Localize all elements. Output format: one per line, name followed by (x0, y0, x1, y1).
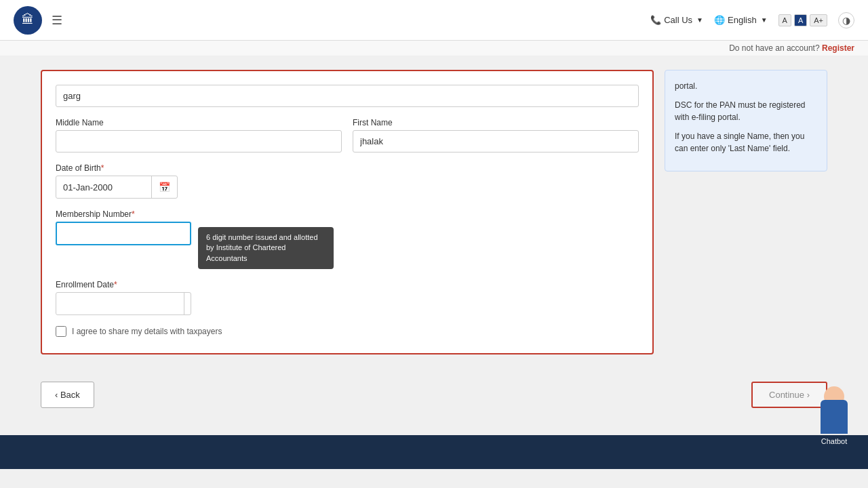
enrollment-date-input[interactable] (56, 293, 184, 314)
dob-group: Date of Birth* 📅 (56, 163, 639, 199)
language-label: English (728, 15, 757, 25)
membership-group: Membership Number* 6 digit number issued… (56, 209, 639, 269)
info-text-3: If you have a single Name, then you can … (675, 130, 817, 155)
back-button[interactable]: ‹ Back (41, 382, 94, 408)
info-box: portal. DSC for the PAN must be register… (665, 70, 827, 171)
enrollment-label: Enrollment Date* (56, 280, 639, 289)
register-prompt-text: Do not have an account? (729, 43, 819, 53)
first-name-label: First Name (353, 118, 639, 127)
middle-name-group: Middle Name (56, 118, 342, 152)
chatbot-avatar (814, 386, 854, 434)
register-bar: Do not have an account? Register (0, 41, 868, 56)
nav-buttons: ‹ Back Continue › (27, 368, 841, 422)
last-name-row (56, 85, 639, 107)
language-dropdown-icon: ▼ (761, 16, 768, 24)
membership-tooltip: 6 digit number issued and allotted by In… (198, 227, 334, 269)
checkbox-row: I agree to share my details with taxpaye… (56, 326, 639, 337)
contrast-button[interactable]: ◑ (838, 12, 854, 28)
first-name-input[interactable] (353, 130, 639, 152)
chatbot-widget[interactable]: Chatbot (814, 386, 854, 447)
info-text-2: DSC for the PAN must be registered with … (675, 99, 817, 123)
dob-label: Date of Birth* (56, 163, 639, 173)
enrollment-input-wrapper: 📅 (56, 292, 191, 315)
membership-row: Membership Number* 6 digit number issued… (56, 209, 639, 269)
enrollment-row: Enrollment Date* 📅 (56, 280, 639, 315)
membership-label: Membership Number* (56, 209, 639, 219)
chatbot-label: Chatbot (816, 435, 853, 447)
chatbot-body (821, 400, 848, 434)
globe-icon: 🌐 (714, 15, 725, 25)
dob-input[interactable] (56, 177, 151, 198)
middle-name-label: Middle Name (56, 118, 342, 127)
membership-input[interactable] (56, 222, 191, 245)
info-text-1: portal. (675, 80, 817, 92)
logo-icon: 🏛 (22, 13, 34, 27)
logo: 🏛 (14, 6, 42, 35)
font-controls: A A A+ (778, 14, 827, 26)
agree-checkbox-label: I agree to share my details with taxpaye… (72, 327, 222, 336)
agree-checkbox[interactable] (56, 326, 66, 337)
call-us-label: Call Us (664, 15, 692, 25)
dob-row: Date of Birth* 📅 (56, 163, 639, 199)
middle-name-input[interactable] (56, 130, 342, 152)
dob-calendar-icon[interactable]: 📅 (151, 176, 177, 198)
dob-input-wrapper: 📅 (56, 176, 178, 199)
call-us-button[interactable]: 📞 Call Us ▼ (650, 15, 703, 25)
dob-required: * (101, 163, 104, 173)
font-large-button[interactable]: A+ (810, 14, 827, 26)
main-content: Middle Name First Name Date of Birth* 📅 (27, 56, 841, 368)
last-name-input[interactable] (56, 85, 639, 107)
enrollment-group: Enrollment Date* 📅 (56, 280, 639, 315)
font-medium-button[interactable]: A (794, 14, 807, 26)
last-name-group (56, 85, 639, 107)
right-panel: portal. DSC for the PAN must be register… (665, 70, 827, 354)
name-row: Middle Name First Name (56, 118, 639, 152)
register-link[interactable]: Register (822, 43, 854, 53)
hamburger-menu[interactable]: ☰ (52, 13, 62, 28)
call-us-dropdown-icon: ▼ (696, 16, 703, 24)
enrollment-required: * (114, 280, 117, 289)
form-panel: Middle Name First Name Date of Birth* 📅 (41, 70, 654, 354)
header-right: 📞 Call Us ▼ 🌐 English ▼ A A A+ ◑ (650, 12, 854, 28)
membership-input-row: 6 digit number issued and allotted by In… (56, 222, 639, 269)
phone-icon: 📞 (650, 15, 661, 25)
membership-required: * (132, 209, 135, 219)
header: 🏛 ☰ 📞 Call Us ▼ 🌐 English ▼ A A A+ ◑ (0, 0, 868, 41)
footer (0, 435, 868, 469)
enrollment-calendar-icon[interactable]: 📅 (184, 293, 191, 314)
header-left: 🏛 ☰ (14, 6, 62, 35)
font-small-button[interactable]: A (778, 14, 791, 26)
language-selector[interactable]: 🌐 English ▼ (714, 15, 768, 25)
first-name-group: First Name (353, 118, 639, 152)
